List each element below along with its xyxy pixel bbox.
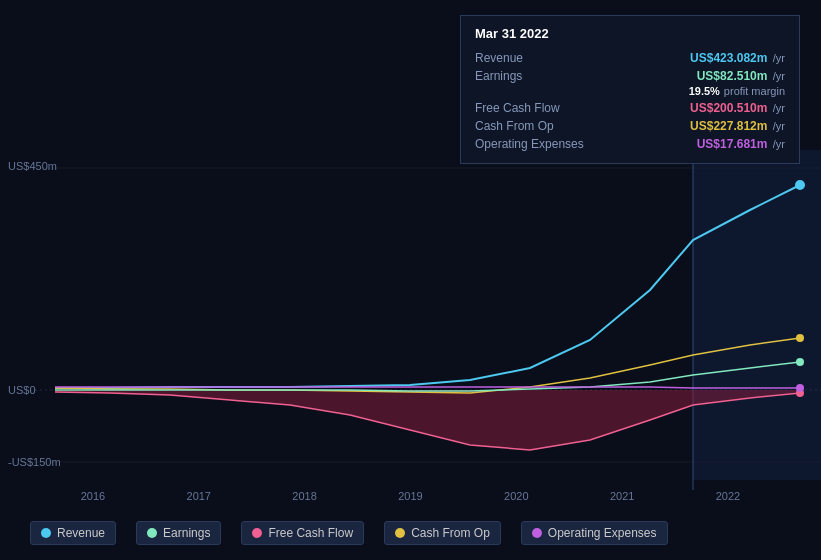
tooltip-revenue-row: Revenue US$423.082m /yr: [475, 49, 785, 67]
legend-item-revenue[interactable]: Revenue: [30, 521, 116, 545]
legend-item-fcf[interactable]: Free Cash Flow: [241, 521, 364, 545]
tooltip-fcf-row: Free Cash Flow US$200.510m /yr: [475, 99, 785, 117]
tooltip-revenue-value: US$423.082m: [690, 51, 767, 65]
legend-item-opex[interactable]: Operating Expenses: [521, 521, 668, 545]
tooltip-earnings-label: Earnings: [475, 69, 595, 83]
legend: Revenue Earnings Free Cash Flow Cash Fro…: [30, 521, 668, 545]
tooltip-opex-label: Operating Expenses: [475, 137, 595, 151]
tooltip-opex-suffix: /yr: [773, 138, 785, 150]
tooltip-fcf-suffix: /yr: [773, 102, 785, 114]
tooltip-earnings-suffix: /yr: [773, 70, 785, 82]
y-label-bottom: -US$150m: [8, 456, 61, 468]
chart-container: US$450m US$0 -US$150m 2016 2017 2018 201…: [0, 0, 821, 560]
cashfromop-dot: [796, 334, 804, 342]
opex-dot: [796, 384, 804, 392]
earnings-dot: [796, 358, 804, 366]
legend-item-earnings[interactable]: Earnings: [136, 521, 221, 545]
tooltip-cashfromop-value: US$227.812m: [690, 119, 767, 133]
legend-dot-opex: [532, 528, 542, 538]
tooltip-opex-value: US$17.681m: [697, 137, 768, 151]
x-label-2021: 2021: [610, 490, 634, 502]
x-label-2016: 2016: [81, 490, 105, 502]
tooltip-fcf-label: Free Cash Flow: [475, 101, 595, 115]
x-label-2020: 2020: [504, 490, 528, 502]
legend-dot-fcf: [252, 528, 262, 538]
tooltip-box: Mar 31 2022 Revenue US$423.082m /yr Earn…: [460, 15, 800, 164]
legend-dot-revenue: [41, 528, 51, 538]
x-axis-labels: 2016 2017 2018 2019 2020 2021 2022: [0, 490, 821, 502]
legend-label-fcf: Free Cash Flow: [268, 526, 353, 540]
y-label-top: US$450m: [8, 160, 57, 172]
x-label-2018: 2018: [292, 490, 316, 502]
x-label-2019: 2019: [398, 490, 422, 502]
svg-rect-1: [693, 150, 821, 480]
legend-dot-cashfromop: [395, 528, 405, 538]
tooltip-cashfromop-label: Cash From Op: [475, 119, 595, 133]
x-label-2017: 2017: [187, 490, 211, 502]
tooltip-cashfromop-suffix: /yr: [773, 120, 785, 132]
tooltip-margin-row: 19.5% profit margin: [475, 85, 785, 99]
tooltip-fcf-value: US$200.510m: [690, 101, 767, 115]
tooltip-margin-label: profit margin: [724, 85, 785, 97]
legend-label-cashfromop: Cash From Op: [411, 526, 490, 540]
tooltip-opex-row: Operating Expenses US$17.681m /yr: [475, 135, 785, 153]
legend-label-revenue: Revenue: [57, 526, 105, 540]
tooltip-margin-pct: 19.5%: [689, 85, 720, 97]
legend-label-opex: Operating Expenses: [548, 526, 657, 540]
tooltip-cashfromop-row: Cash From Op US$227.812m /yr: [475, 117, 785, 135]
tooltip-revenue-label: Revenue: [475, 51, 595, 65]
y-label-zero: US$0: [8, 384, 36, 396]
legend-dot-earnings: [147, 528, 157, 538]
tooltip-date: Mar 31 2022: [475, 26, 785, 41]
tooltip-earnings-value: US$82.510m: [697, 69, 768, 83]
tooltip-earnings-row: Earnings US$82.510m /yr: [475, 67, 785, 85]
legend-item-cashfromop[interactable]: Cash From Op: [384, 521, 501, 545]
tooltip-revenue-suffix: /yr: [773, 52, 785, 64]
legend-label-earnings: Earnings: [163, 526, 210, 540]
x-label-2022: 2022: [716, 490, 740, 502]
revenue-dot: [795, 180, 805, 190]
